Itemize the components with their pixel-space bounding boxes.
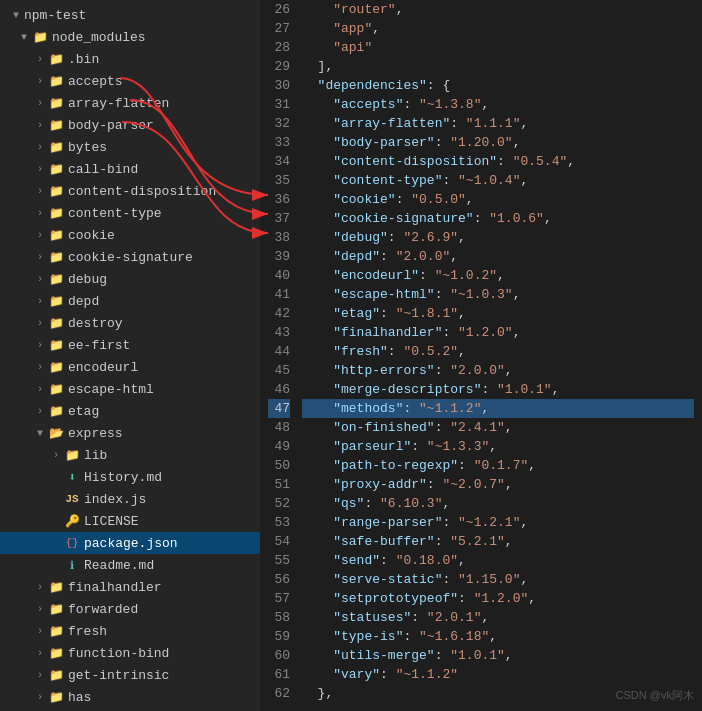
sidebar-item-label: express	[68, 426, 260, 441]
folder-icon: 📁	[48, 316, 64, 331]
sidebar-item-ee-first[interactable]: › 📁 ee-first	[0, 334, 260, 356]
sidebar-item-label: accepts	[68, 74, 260, 89]
sidebar-item-label: cookie-signature	[68, 250, 260, 265]
sidebar-item-express[interactable]: ▼ 📂 express	[0, 422, 260, 444]
folder-icon: 📁	[48, 382, 64, 397]
sidebar-item-label: finalhandler	[68, 580, 260, 595]
sidebar-item-encodeurl[interactable]: › 📁 encodeurl	[0, 356, 260, 378]
sidebar: ▼ npm-test ▼ 📁 node_modules › 📁 .bin › 📁…	[0, 0, 260, 711]
sidebar-item-label: History.md	[84, 470, 260, 485]
code-line-33: "body-parser": "1.20.0",	[302, 133, 694, 152]
sidebar-item-body-parser[interactable]: › 📁 body-parser	[0, 114, 260, 136]
code-line-26: "router",	[302, 0, 694, 19]
sidebar-item-label: etag	[68, 404, 260, 419]
watermark: CSDN @vk阿木	[616, 688, 694, 703]
code-line-61: "vary": "~1.1.2"	[302, 665, 694, 684]
code-line-40: "encodeurl": "~1.0.2",	[302, 266, 694, 285]
code-line-55: "send": "0.18.0",	[302, 551, 694, 570]
sidebar-item-function-bind[interactable]: › 📁 function-bind	[0, 642, 260, 664]
sidebar-item-content-type[interactable]: › 📁 content-type	[0, 202, 260, 224]
sidebar-item-finalhandler[interactable]: › 📁 finalhandler	[0, 576, 260, 598]
code-line-60: "utils-merge": "1.0.1",	[302, 646, 694, 665]
code-line-30: "dependencies": {	[302, 76, 694, 95]
sidebar-item-etag[interactable]: › 📁 etag	[0, 400, 260, 422]
sidebar-item-call-bind[interactable]: › 📁 call-bind	[0, 158, 260, 180]
sidebar-item-forwarded[interactable]: › 📁 forwarded	[0, 598, 260, 620]
code-line-31: "accepts": "~1.3.8",	[302, 95, 694, 114]
sidebar-item-label: content-disposition	[68, 184, 260, 199]
code-line-50: "path-to-regexp": "0.1.7",	[302, 456, 694, 475]
chevron-right-icon: ›	[32, 230, 48, 241]
sidebar-item-history-md[interactable]: ⬇ History.md	[0, 466, 260, 488]
sidebar-item-array-flatten[interactable]: › 📁 array-flatten	[0, 92, 260, 114]
sidebar-item-has[interactable]: › 📁 has	[0, 686, 260, 708]
sidebar-item-destroy[interactable]: › 📁 destroy	[0, 312, 260, 334]
folder-icon: 📁	[48, 294, 64, 309]
sidebar-item-depd[interactable]: › 📁 depd	[0, 290, 260, 312]
chevron-right-icon: ›	[32, 648, 48, 659]
code-editor: 26 27 28 29 30 31 32 33 34 35 36 37 38 3…	[260, 0, 702, 711]
folder-icon: 📁	[48, 580, 64, 595]
code-line-47: "methods": "~1.1.2",	[302, 399, 694, 418]
line-numbers: 26 27 28 29 30 31 32 33 34 35 36 37 38 3…	[260, 0, 298, 711]
sidebar-item-fresh[interactable]: › 📁 fresh	[0, 620, 260, 642]
chevron-right-icon: ›	[32, 692, 48, 703]
chevron-right-icon: ›	[32, 626, 48, 637]
chevron-down-icon: ▼	[32, 428, 48, 439]
chevron-right-icon: ›	[32, 318, 48, 329]
code-line-35: "content-type": "~1.0.4",	[302, 171, 694, 190]
folder-icon: 📁	[48, 624, 64, 639]
sidebar-item-cookie[interactable]: › 📁 cookie	[0, 224, 260, 246]
sidebar-item-label: has	[68, 690, 260, 705]
code-line-41: "escape-html": "~1.0.3",	[302, 285, 694, 304]
sidebar-item-label: index.js	[84, 492, 260, 507]
sidebar-item-node-modules[interactable]: ▼ 📁 node_modules	[0, 26, 260, 48]
code-line-57: "setprototypeof": "1.2.0",	[302, 589, 694, 608]
sidebar-item-readme-md[interactable]: ℹ Readme.md	[0, 554, 260, 576]
folder-icon: 📁	[48, 646, 64, 661]
chevron-right-icon: ›	[32, 186, 48, 197]
chevron-right-icon: ›	[32, 54, 48, 65]
code-line-53: "range-parser": "~1.2.1",	[302, 513, 694, 532]
folder-open-icon: 📂	[48, 426, 64, 441]
folder-icon: 📁	[48, 602, 64, 617]
chevron-right-icon: ›	[32, 274, 48, 285]
sidebar-item-lib[interactable]: › 📁 lib	[0, 444, 260, 466]
chevron-right-icon: ›	[32, 208, 48, 219]
chevron-right-icon: ›	[32, 252, 48, 263]
license-icon: 🔑	[64, 514, 80, 529]
sidebar-item-get-intrinsic[interactable]: › 📁 get-intrinsic	[0, 664, 260, 686]
sidebar-item-index-js[interactable]: JS index.js	[0, 488, 260, 510]
sidebar-item-label: escape-html	[68, 382, 260, 397]
chevron-right-icon: ›	[32, 296, 48, 307]
chevron-down-icon: ▼	[8, 10, 24, 21]
folder-icon: 📁	[48, 140, 64, 155]
sidebar-item-bin[interactable]: › 📁 .bin	[0, 48, 260, 70]
sidebar-item-bytes[interactable]: › 📁 bytes	[0, 136, 260, 158]
sidebar-item-debug[interactable]: › 📁 debug	[0, 268, 260, 290]
sidebar-item-label: depd	[68, 294, 260, 309]
js-icon: JS	[64, 493, 80, 505]
code-line-43: "finalhandler": "1.2.0",	[302, 323, 694, 342]
code-line-36: "cookie": "0.5.0",	[302, 190, 694, 209]
folder-icon: 📁	[48, 162, 64, 177]
folder-icon: 📁	[64, 448, 80, 463]
folder-icon: 📁	[48, 52, 64, 67]
sidebar-item-label: bytes	[68, 140, 260, 155]
chevron-right-icon: ›	[32, 340, 48, 351]
sidebar-item-npm-test[interactable]: ▼ npm-test	[0, 4, 260, 26]
sidebar-item-label: get-intrinsic	[68, 668, 260, 683]
sidebar-item-escape-html[interactable]: › 📁 escape-html	[0, 378, 260, 400]
folder-icon: 📁	[48, 404, 64, 419]
folder-icon: 📁	[48, 668, 64, 683]
sidebar-item-label: array-flatten	[68, 96, 260, 111]
markdown-icon: ⬇	[64, 470, 80, 485]
sidebar-item-cookie-signature[interactable]: › 📁 cookie-signature	[0, 246, 260, 268]
code-line-42: "etag": "~1.8.1",	[302, 304, 694, 323]
sidebar-item-license[interactable]: 🔑 LICENSE	[0, 510, 260, 532]
sidebar-item-accepts[interactable]: › 📁 accepts	[0, 70, 260, 92]
code-line-45: "http-errors": "2.0.0",	[302, 361, 694, 380]
code-line-37: "cookie-signature": "1.0.6",	[302, 209, 694, 228]
sidebar-item-content-disposition[interactable]: › 📁 content-disposition	[0, 180, 260, 202]
sidebar-item-package-json[interactable]: {} package.json	[0, 532, 260, 554]
